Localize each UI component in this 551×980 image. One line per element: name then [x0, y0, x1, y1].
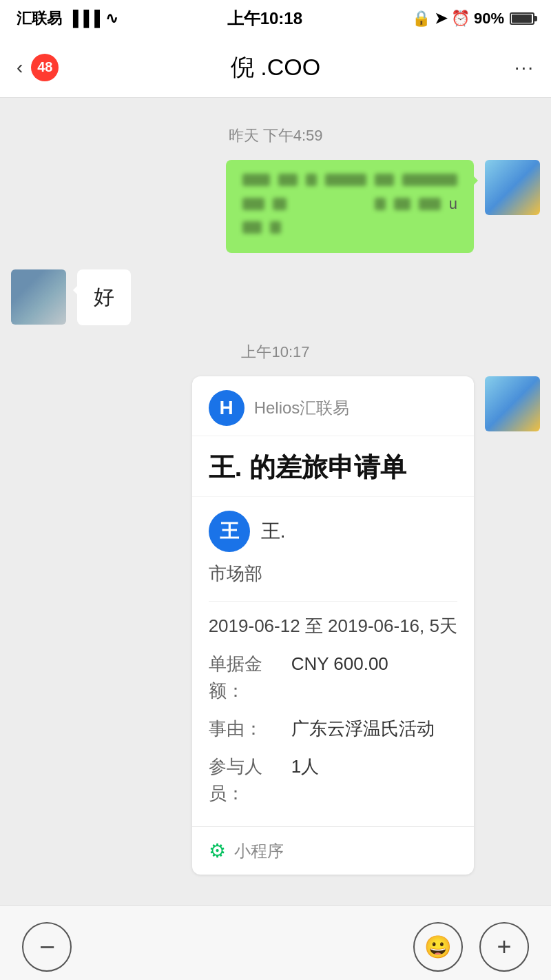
timestamp-1: 昨天 下午4:59 [11, 125, 540, 146]
blur-13 [270, 221, 281, 234]
unread-badge: 48 [31, 54, 59, 81]
battery-icon [510, 12, 534, 25]
mini-program-icon: ⚙ [209, 839, 226, 862]
status-left: 汇联易 ▐▐▐ ∿ [17, 8, 118, 29]
blur-3 [306, 174, 317, 186]
blur-4 [325, 174, 366, 186]
blur-2 [278, 174, 298, 186]
bubble-white: 好 [77, 269, 131, 325]
card-footer: ⚙ 小程序 [192, 826, 474, 875]
message-text: 好 [94, 285, 114, 308]
more-button[interactable]: ··· [514, 57, 534, 79]
date-value: 2019-06-12 至 2019-06-16, 5天 [209, 613, 457, 640]
add-button[interactable]: + [479, 922, 529, 972]
blur-5 [375, 174, 394, 186]
bubble-wrap-outgoing: u [226, 160, 474, 253]
participants-value: 1人 [291, 753, 319, 807]
department: 市场部 [209, 559, 457, 595]
card-body: 王 王. 市场部 2019-06-12 至 2019-06-16, 5天 单据金… [192, 496, 474, 826]
blurred-line-1 [242, 174, 457, 186]
blur-6 [402, 174, 457, 186]
helios-name: Helios汇联易 [254, 397, 350, 419]
avatar-right [485, 160, 540, 215]
message-row-outgoing-1: u [11, 160, 540, 253]
avatar-right-2 [485, 376, 540, 431]
user-row: 王 王. [209, 497, 457, 559]
voice-icon: ⎼ [41, 934, 54, 959]
blur-9 [375, 198, 386, 210]
helios-logo: H [209, 390, 245, 426]
nav-title: 倪 .COO [231, 52, 320, 83]
location-icon: ➤ [435, 10, 447, 28]
nav-bar: ‹ 48 倪 .COO ··· [0, 37, 551, 98]
user-avatar: 王 [209, 511, 250, 552]
back-button[interactable]: ‹ [17, 57, 23, 79]
reason-value: 广东云浮温氏活动 [291, 715, 435, 742]
reason-label: 事由： [209, 715, 291, 742]
participants-label: 参与人员： [209, 753, 291, 807]
user-name: 王. [261, 518, 286, 544]
bubble-green: u [226, 160, 474, 253]
status-right: 🔒 ➤ ⏰ 90% [412, 10, 534, 28]
blur-11 [419, 198, 441, 210]
status-bar: 汇联易 ▐▐▐ ∿ 上午10:18 🔒 ➤ ⏰ 90% [0, 0, 551, 37]
message-row-incoming-1: 好 [11, 269, 540, 325]
amount-row: 单据金额： CNY 600.00 [209, 645, 457, 710]
app-name: 汇联易 [17, 8, 62, 29]
nav-left: ‹ 48 [17, 54, 59, 81]
amount-value: CNY 600.00 [291, 651, 388, 704]
blur-12 [242, 221, 262, 234]
card-bubble[interactable]: H Helios汇联易 王. 的差旅申请单 王 王. 市场部 2019-06-1… [192, 376, 474, 875]
alarm-icon: ⏰ [451, 10, 470, 28]
blurred-line-3 [242, 221, 457, 234]
lock-icon: 🔒 [412, 10, 430, 28]
blur-7 [242, 198, 264, 210]
battery-percent: 90% [474, 10, 504, 28]
participants-row: 参与人员： 1人 [209, 748, 457, 813]
bubble-wrap-incoming: 好 [77, 269, 131, 325]
blur-8 [273, 198, 287, 210]
divider-1 [209, 601, 457, 602]
card-header: H Helios汇联易 [192, 376, 474, 436]
chat-area: 昨天 下午4:59 [0, 98, 551, 905]
date-row: 2019-06-12 至 2019-06-16, 5天 [209, 607, 457, 645]
message-row-outgoing-card: H Helios汇联易 王. 的差旅申请单 王 王. 市场部 2019-06-1… [11, 376, 540, 875]
emoji-button[interactable]: 😀 [413, 922, 463, 972]
amount-label: 单据金额： [209, 651, 291, 704]
avatar-left [11, 269, 66, 325]
signal-icon: ▐▐▐ [67, 10, 100, 28]
emoji-icon: 😀 [424, 934, 452, 960]
timestamp-2: 上午10:17 [11, 342, 540, 363]
card-title: 王. 的差旅申请单 [192, 436, 474, 496]
add-icon: + [497, 932, 511, 961]
status-time: 上午10:18 [227, 8, 302, 30]
blur-1 [242, 174, 270, 186]
blur-10 [394, 198, 410, 210]
wifi-icon: ∿ [105, 10, 118, 28]
bottom-bar: ⎼ 😀 + [0, 905, 551, 980]
blurred-line-2: u [242, 192, 457, 216]
reason-row: 事由： 广东云浮温氏活动 [209, 710, 457, 748]
mini-program-label: 小程序 [234, 840, 284, 862]
voice-button[interactable]: ⎼ [22, 922, 72, 972]
